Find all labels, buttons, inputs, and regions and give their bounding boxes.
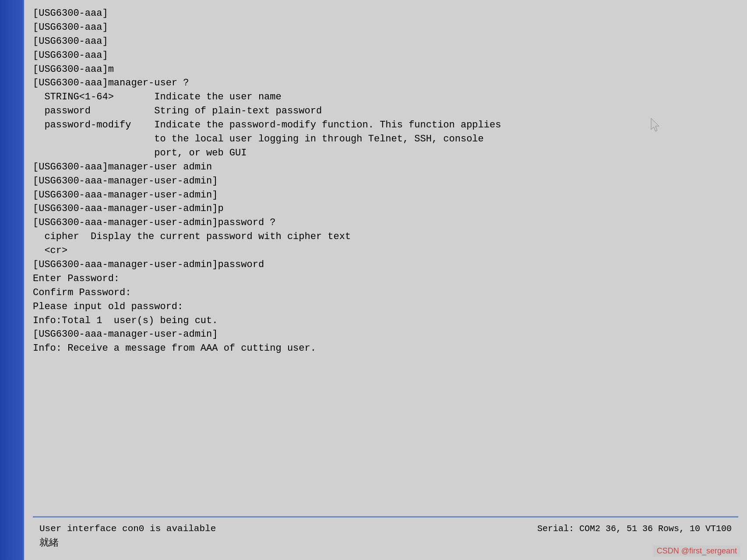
- terminal-line: [USG6300-aaa]m: [33, 63, 738, 77]
- terminal-line: to the local user logging in through Tel…: [33, 132, 738, 146]
- terminal-line: [USG6300-aaa]: [33, 49, 738, 63]
- terminal-line: port, or web GUI: [33, 146, 738, 160]
- terminal-line: [USG6300-aaa]manager-user admin: [33, 160, 738, 174]
- terminal-line: STRING<1-64> Indicate the user name: [33, 90, 738, 104]
- terminal-line: [USG6300-aaa-manager-user-admin]password: [33, 258, 738, 272]
- watermark-text: CSDN @first_sergeant: [653, 546, 740, 556]
- ready-label: 就緒: [39, 536, 59, 549]
- terminal-line: Enter Password:: [33, 272, 738, 286]
- bottom-label-row: 就緒: [33, 535, 738, 550]
- cursor-arrow: [649, 117, 662, 133]
- status-right-text: Serial: COM2 36, 51 36 Rows, 10 VT100: [537, 524, 732, 534]
- terminal-output: [USG6300-aaa][USG6300-aaa][USG6300-aaa][…: [33, 7, 738, 516]
- terminal-main-area: [USG6300-aaa][USG6300-aaa][USG6300-aaa][…: [24, 0, 747, 560]
- terminal-window: [USG6300-aaa][USG6300-aaa][USG6300-aaa][…: [0, 0, 747, 560]
- terminal-line: password-modify Indicate the password-mo…: [33, 118, 738, 132]
- status-left-text: User interface con0 is available: [39, 524, 216, 534]
- terminal-line: Info:Total 1 user(s) being cut.: [33, 314, 738, 328]
- terminal-line: [USG6300-aaa-manager-user-admin]: [33, 188, 738, 202]
- terminal-line: [USG6300-aaa-manager-user-admin]p: [33, 202, 738, 216]
- terminal-line: [USG6300-aaa]: [33, 35, 738, 49]
- terminal-line: <cr>: [33, 244, 738, 258]
- terminal-line: [USG6300-aaa-manager-user-admin]password…: [33, 216, 738, 230]
- terminal-line: [USG6300-aaa]: [33, 21, 738, 35]
- terminal-line: [USG6300-aaa]manager-user ?: [33, 76, 738, 90]
- terminal-line: Please input old password:: [33, 300, 738, 314]
- terminal-left-border: [0, 0, 24, 560]
- terminal-line: [USG6300-aaa-manager-user-admin]: [33, 174, 738, 188]
- terminal-line: cipher Display the current password with…: [33, 230, 738, 244]
- terminal-line: [USG6300-aaa]: [33, 7, 738, 21]
- terminal-line: Confirm Password:: [33, 286, 738, 300]
- terminal-line: [USG6300-aaa-manager-user-admin]: [33, 328, 738, 342]
- terminal-line: password String of plain-text password: [33, 104, 738, 118]
- terminal-line: Info: Receive a message from AAA of cutt…: [33, 342, 738, 356]
- terminal-status-bar: User interface con0 is available Serial:…: [33, 516, 738, 556]
- status-row: User interface con0 is available Serial:…: [33, 523, 738, 535]
